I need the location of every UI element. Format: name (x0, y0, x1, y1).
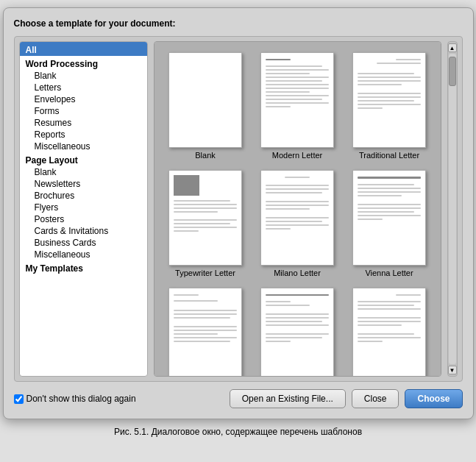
template-thumb-parkavenue (352, 288, 426, 377)
template-vienna-letter[interactable]: Vienna Letter (349, 170, 430, 277)
open-existing-button[interactable]: Open an Existing File... (230, 389, 346, 408)
template-thumb-tokyo (260, 288, 334, 377)
template-thumb-typewriter (168, 170, 242, 266)
scrollbar: ▲ ▼ (447, 41, 458, 377)
sidebar-item-blank-wp[interactable]: Blank (20, 70, 147, 82)
sidebar-item-reports[interactable]: Reports (20, 129, 147, 141)
template-tokyo-letter[interactable]: Tokyo Letter (257, 288, 338, 377)
sidebar-item-my-templates[interactable]: My Templates (20, 260, 147, 274)
dont-show-text: Don't show this dialog again (26, 394, 136, 404)
sidebar-item-word-processing[interactable]: Word Processing (20, 56, 147, 70)
close-button[interactable]: Close (352, 389, 399, 408)
template-thumb-milano (260, 170, 334, 266)
sidebar-item-page-layout[interactable]: Page Layout (20, 152, 147, 166)
scroll-up-arrow[interactable]: ▲ (448, 43, 457, 52)
template-label-vienna: Vienna Letter (365, 269, 413, 277)
dialog-footer: Don't show this dialog again Open an Exi… (14, 389, 463, 408)
dialog-body: All Word Processing Blank Letters Envelo… (14, 36, 463, 382)
template-thumb-blank (168, 52, 242, 148)
sidebar-item-cards[interactable]: Cards & Invitations (20, 225, 147, 237)
template-milano-letter[interactable]: Milano Letter (257, 170, 338, 277)
sidebar-item-posters[interactable]: Posters (20, 213, 147, 225)
template-blank[interactable]: Blank (165, 52, 246, 160)
template-label-modern: Modern Letter (272, 151, 322, 160)
choose-button[interactable]: Choose (405, 389, 462, 408)
template-label-blank: Blank (195, 151, 216, 160)
sidebar-item-flyers[interactable]: Flyers (20, 202, 147, 213)
dialog-title: Choose a template for your document: (14, 18, 463, 29)
template-dublin-letter[interactable]: Dublin Letter (165, 288, 246, 377)
template-dialog: Choose a template for your document: All… (3, 7, 474, 419)
sidebar-item-brochures[interactable]: Brochures (20, 190, 147, 202)
scroll-down-arrow[interactable]: ▼ (448, 366, 457, 374)
sidebar-item-envelopes[interactable]: Envelopes (20, 93, 147, 105)
template-thumb-traditional (352, 52, 426, 148)
dont-show-checkbox[interactable] (14, 394, 24, 404)
sidebar: All Word Processing Blank Letters Envelo… (19, 41, 148, 377)
templates-grid: Blank (154, 42, 441, 377)
template-thumb-modern (260, 52, 334, 148)
sidebar-item-misc-pl[interactable]: Miscellaneous (20, 249, 147, 260)
template-thumb-vienna (352, 170, 426, 266)
sidebar-item-all[interactable]: All (20, 42, 147, 56)
template-typewriter-letter[interactable]: Typewriter Letter (165, 170, 246, 277)
template-parkavenue-letter[interactable]: Park Avenue Letter (349, 288, 430, 377)
template-label-typewriter: Typewriter Letter (175, 269, 235, 277)
sidebar-item-forms[interactable]: Forms (20, 105, 147, 117)
scroll-thumb[interactable] (449, 57, 456, 86)
dont-show-label[interactable]: Don't show this dialog again (14, 394, 224, 404)
template-traditional-letter[interactable]: Traditional Letter (349, 52, 430, 160)
template-thumb-dublin (168, 288, 242, 377)
sidebar-item-letters[interactable]: Letters (20, 82, 147, 93)
sidebar-item-business-cards[interactable]: Business Cards (20, 237, 147, 249)
sidebar-item-newsletters[interactable]: Newsletters (20, 178, 147, 190)
template-modern-letter[interactable]: Modern Letter (257, 52, 338, 160)
sidebar-item-misc-wp[interactable]: Miscellaneous (20, 141, 147, 152)
sidebar-item-resumes[interactable]: Resumes (20, 117, 147, 129)
templates-area: Blank (154, 41, 441, 377)
figure-caption: Рис. 5.1. Диалоговое окно, содержащее пе… (114, 427, 362, 437)
scroll-track[interactable] (449, 54, 456, 364)
template-label-traditional: Traditional Letter (359, 151, 419, 160)
sidebar-item-blank-pl[interactable]: Blank (20, 166, 147, 178)
template-label-milano: Milano Letter (274, 269, 321, 277)
